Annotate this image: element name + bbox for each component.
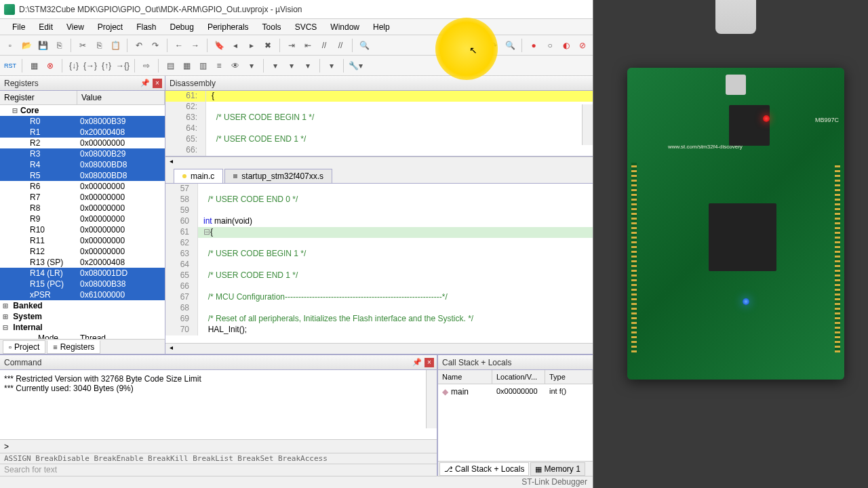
find-icon[interactable]: 🔍 [357,38,372,53]
save-icon[interactable]: 💾 [35,38,50,53]
reset-icon[interactable]: RST [3,58,18,73]
nav-fwd-icon[interactable]: → [188,38,203,53]
register-row[interactable]: R15 (PC)0x08000B38 [0,279,165,289]
step-over2-icon[interactable]: {→} [83,58,98,73]
menu-edit[interactable]: Edit [32,20,60,34]
run-icon[interactable]: ▦ [26,58,41,73]
comment-icon[interactable]: // [317,38,332,53]
uncomment-icon[interactable]: // [333,38,348,53]
window-callstack-icon[interactable]: ≡ [212,58,226,73]
window-serial-icon[interactable]: ▾ [268,58,283,73]
breakpoint-kill-icon[interactable]: ⊘ [575,38,590,53]
col-location[interactable]: Location/V... [492,370,545,384]
menu-view[interactable]: View [60,20,91,34]
register-row[interactable]: R50x08000BD8 [0,170,165,181]
open-icon[interactable]: 📂 [19,38,34,53]
run-to-cursor-icon[interactable]: →{} [115,58,130,73]
col-register[interactable]: Register [0,91,77,104]
menu-tools[interactable]: Tools [256,20,288,34]
register-row[interactable]: R60x00000000 [0,181,165,192]
file-tab-main[interactable]: main.c [174,169,223,183]
window-regs-icon[interactable]: ▥ [195,58,210,73]
code-editor[interactable]: 5758 /* USER CODE END 0 */5960int main(v… [165,184,593,343]
window-disasm-icon[interactable]: ▤ [163,58,178,73]
disasm-hscroll[interactable]: ◂ [165,157,593,167]
register-row[interactable]: R00x08000B39 [0,116,165,127]
pin-icon[interactable]: 📌 [140,79,150,87]
reg-group-banked[interactable]: ⊞ Banked [0,300,165,311]
disassembly-view[interactable]: 61:{62:63: /* USER CODE BEGIN 1 */64:65:… [165,91,593,157]
file-tab-startup[interactable]: startup_stm32f407xx.s [224,169,332,183]
step-into-icon[interactable]: {↓} [66,58,81,73]
redo-icon[interactable]: ↷ [148,38,163,53]
show-next-icon[interactable]: ⇨ [139,58,154,73]
breakpoint-toggle-icon[interactable]: ○ [542,38,557,53]
menu-peripherals[interactable]: Peripherals [201,20,256,34]
register-row[interactable]: R20x00000000 [0,138,165,148]
register-row[interactable]: R70x00000000 [0,192,165,203]
tab-memory[interactable]: ▦ Memory 1 [530,462,585,476]
reg-group-system[interactable]: ⊞ System [0,311,165,322]
indent-icon[interactable]: ⇥ [284,38,299,53]
close-icon[interactable]: × [153,79,162,88]
breakpoint-disable-icon[interactable]: ◐ [559,38,574,53]
paste-icon[interactable]: 📋 [108,38,123,53]
window-analysis-icon[interactable]: ▾ [284,58,299,73]
register-row[interactable]: xPSR0x61000000 [0,289,165,300]
reg-group-core[interactable]: ⊟Core [0,105,165,116]
stack-row[interactable]: ◆main 0x00000000 int f() [438,384,593,399]
outdent-icon[interactable]: ⇤ [300,38,315,53]
tab-registers[interactable]: ≡ Registers [47,340,100,354]
menu-svcs[interactable]: SVCS [288,20,324,34]
register-row[interactable]: R90x00000000 [0,214,165,224]
new-file-icon[interactable]: ▫ [3,38,18,53]
search-input[interactable]: Search for text [0,464,437,476]
register-row[interactable]: R30x08000B29 [0,148,165,159]
window-symbol-icon[interactable]: ▦ [179,58,194,73]
bookmark-clear-icon[interactable]: ✖ [260,38,275,53]
col-value[interactable]: Value [77,91,165,104]
window-watch-icon[interactable]: 👁 [228,58,243,73]
debug-find-icon[interactable]: 🔍 [502,38,517,53]
close-icon[interactable]: × [425,358,434,367]
save-all-icon[interactable]: ⎘ [52,38,66,53]
step-out-icon[interactable]: {↑} [99,58,114,73]
register-row[interactable]: R10x20000408 [0,127,165,138]
step-over-icon[interactable]: ↷ [486,38,501,53]
register-row[interactable]: R110x00000000 [0,235,165,246]
col-name[interactable]: Name [438,370,492,384]
menu-flash[interactable]: Flash [130,20,163,34]
register-row[interactable]: R120x00000000 [0,246,165,257]
toolbox-icon[interactable]: 🔧▾ [348,58,363,73]
window-trace-icon[interactable]: ▾ [300,58,315,73]
pin-icon[interactable]: 📌 [412,358,422,367]
register-row[interactable]: R80x00000000 [0,203,165,214]
scrollbar-vertical[interactable] [426,370,437,428]
menu-window[interactable]: Window [323,20,366,34]
bookmark-prev-icon[interactable]: ◂ [228,38,243,53]
editor-hscroll[interactable]: ◂ [165,343,593,354]
menu-file[interactable]: File [5,20,32,34]
window-memory-icon[interactable]: ▾ [244,58,259,73]
copy-icon[interactable]: ⎘ [92,38,106,53]
bookmark-next-icon[interactable]: ▸ [244,38,259,53]
command-input[interactable]: > [0,439,437,453]
register-row[interactable]: R40x08000BD8 [0,159,165,170]
menu-project[interactable]: Project [91,20,130,34]
command-output[interactable]: *** Restricted Version with 32768 Byte C… [0,370,437,439]
cut-icon[interactable]: ✂ [75,38,90,53]
col-type[interactable]: Type [545,370,593,384]
register-row[interactable]: R13 (SP)0x20000408 [0,257,165,268]
window-system-icon[interactable]: ▾ [324,58,339,73]
reg-internal-mode[interactable]: Mode Thread [0,333,165,339]
menu-help[interactable]: Help [366,20,397,34]
record-icon[interactable]: ● [526,38,541,53]
reg-group-internal[interactable]: ⊟ Internal [0,322,165,333]
bookmark-icon[interactable]: 🔖 [212,38,226,53]
scrollbar-vertical[interactable] [582,104,593,145]
tab-callstack[interactable]: ⎇ Call Stack + Locals [439,462,529,476]
tab-project[interactable]: ▫ Project [3,340,45,354]
register-row[interactable]: R14 (LR)0x080001DD [0,268,165,279]
nav-back-icon[interactable]: ← [172,38,186,53]
stop-icon[interactable]: ⊗ [43,58,58,73]
